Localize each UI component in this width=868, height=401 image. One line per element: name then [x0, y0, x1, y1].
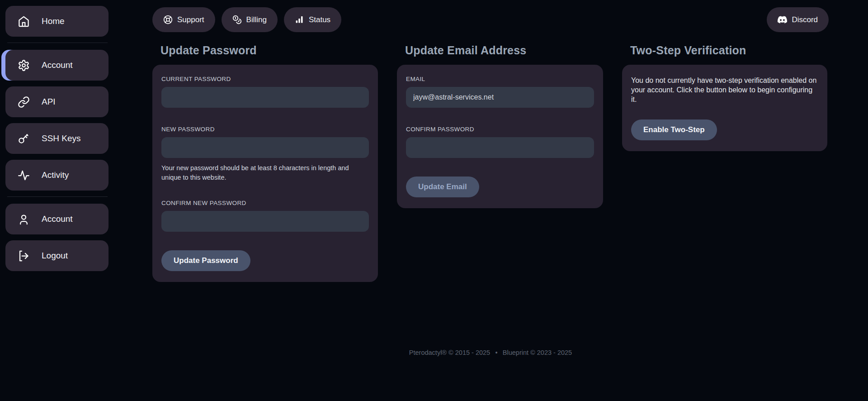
- sidebar-divider: [7, 196, 108, 197]
- sidebar-item-activity[interactable]: Activity: [5, 160, 108, 191]
- update-password-title: Update Password: [160, 44, 378, 57]
- status-button-label: Status: [309, 15, 330, 24]
- confirm-password-input[interactable]: [406, 137, 594, 158]
- sidebar-item-logout[interactable]: Logout: [5, 240, 108, 271]
- activity-icon: [18, 169, 30, 181]
- email-label: EMAIL: [406, 76, 594, 82]
- bar-chart-icon: [295, 15, 304, 24]
- two-step-title: Two-Step Verification: [630, 44, 827, 57]
- gear-icon: [18, 59, 30, 72]
- sidebar-item-label: SSH Keys: [42, 134, 81, 143]
- email-input[interactable]: [406, 87, 594, 108]
- update-password-card: CURRENT PASSWORD NEW PASSWORD Your new p…: [152, 65, 378, 282]
- new-password-input[interactable]: [161, 137, 369, 158]
- update-password-button[interactable]: Update Password: [161, 250, 250, 271]
- confirm-new-password-input[interactable]: [161, 211, 369, 232]
- sidebar-item-home[interactable]: Home: [5, 6, 108, 37]
- sidebar-item-label: Home: [42, 16, 65, 26]
- user-icon: [18, 213, 30, 225]
- update-email-section: Update Email Address EMAIL CONFIRM PASSW…: [397, 44, 603, 282]
- sidebar-item-label: API: [42, 97, 56, 107]
- two-step-section: Two-Step Verification You do not current…: [622, 44, 827, 282]
- sidebar-item-label: Account: [42, 60, 73, 70]
- footer-copyright: Pterodactyl® © 2015 - 2025 • Blueprint ©…: [113, 349, 868, 356]
- topbar: Support Billing Status Discord: [113, 7, 868, 32]
- current-password-input[interactable]: [161, 87, 369, 108]
- sidebar-item-label: Account: [42, 214, 73, 224]
- confirm-new-password-label: CONFIRM NEW PASSWORD: [161, 200, 369, 206]
- status-button[interactable]: Status: [284, 7, 341, 32]
- billing-button[interactable]: Billing: [222, 7, 278, 32]
- update-password-section: Update Password CURRENT PASSWORD NEW PAS…: [152, 44, 378, 282]
- sidebar-item-ssh-keys[interactable]: SSH Keys: [5, 123, 108, 154]
- update-email-card: EMAIL CONFIRM PASSWORD Update Email: [397, 65, 603, 208]
- update-email-button[interactable]: Update Email: [406, 177, 479, 197]
- sidebar-item-api[interactable]: API: [5, 86, 108, 117]
- link-icon: [18, 96, 30, 108]
- support-button[interactable]: Support: [152, 7, 215, 32]
- confirm-password-label: CONFIRM PASSWORD: [406, 126, 594, 133]
- sidebar-divider: [7, 43, 108, 43]
- discord-button-label: Discord: [792, 15, 818, 24]
- home-icon: [18, 15, 30, 28]
- sidebar: Home Account API SSH Keys Activity Accou…: [0, 0, 113, 277]
- sidebar-item-label: Logout: [42, 251, 68, 261]
- lifebuoy-icon: [163, 15, 173, 24]
- discord-button[interactable]: Discord: [767, 7, 829, 32]
- billing-button-label: Billing: [246, 15, 267, 24]
- sidebar-item-account-profile[interactable]: Account: [5, 204, 108, 234]
- enable-two-step-button[interactable]: Enable Two-Step: [631, 119, 717, 140]
- account-settings-content: Update Password CURRENT PASSWORD NEW PAS…: [152, 44, 827, 282]
- update-email-title: Update Email Address: [405, 44, 603, 57]
- support-button-label: Support: [177, 15, 204, 24]
- key-icon: [18, 133, 30, 145]
- new-password-label: NEW PASSWORD: [161, 126, 369, 133]
- sidebar-item-account-settings[interactable]: Account: [5, 50, 108, 81]
- two-step-card: You do not currently have two-step verif…: [622, 65, 827, 151]
- two-step-description: You do not currently have two-step verif…: [631, 76, 818, 104]
- logout-icon: [18, 250, 30, 262]
- discord-icon: [778, 15, 787, 24]
- coins-icon: [232, 15, 242, 24]
- new-password-helper-text: Your new password should be at least 8 c…: [161, 163, 356, 182]
- sidebar-item-label: Activity: [42, 170, 69, 180]
- current-password-label: CURRENT PASSWORD: [161, 76, 369, 82]
